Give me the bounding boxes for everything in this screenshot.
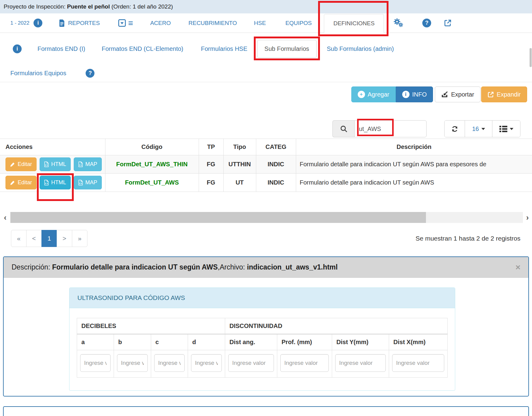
- nav-reportes[interactable]: REPORTES: [59, 19, 100, 27]
- nav-order-link[interactable]: 1 - 2022: [10, 20, 29, 26]
- file-code-icon: [44, 180, 49, 185]
- col-header-categ[interactable]: CATEG: [256, 139, 296, 155]
- group-header-decibeles: DECIBELES: [77, 318, 225, 334]
- input-b[interactable]: [117, 354, 148, 372]
- columns-icon: [499, 126, 507, 132]
- columns-dropdown[interactable]: [492, 121, 520, 137]
- col-header-tipo[interactable]: Tipo: [223, 139, 256, 155]
- help-icon[interactable]: ?: [422, 19, 431, 27]
- descripcion-value: Formulario detalle para indicacion UT se…: [52, 263, 218, 271]
- table-controls: 16: [444, 120, 520, 137]
- col-header-acciones[interactable]: Acciones: [0, 139, 105, 155]
- subnav-info-icon[interactable]: i: [13, 44, 22, 53]
- input-prof[interactable]: [280, 354, 329, 372]
- search-toolbar: 16: [0, 120, 532, 137]
- subnav-formularios-hse[interactable]: Formularios HSE: [201, 45, 247, 52]
- archivo-value: indicacion_ut_aws_v1.html: [247, 263, 338, 271]
- info-circle-icon[interactable]: i: [34, 19, 42, 27]
- nav-acero[interactable]: ACERO: [150, 20, 171, 26]
- subnav-sub-formularios-admin[interactable]: Sub Formularios (admin): [327, 45, 394, 52]
- col-header-codigo[interactable]: Código: [105, 139, 199, 155]
- subnav-formularios-equipos[interactable]: Formularios Equipos: [10, 70, 66, 77]
- input-dist-ang[interactable]: [228, 354, 274, 372]
- input-a[interactable]: [80, 354, 111, 372]
- agregar-button[interactable]: + Agregar: [351, 86, 396, 102]
- report-file-icon: [59, 19, 66, 27]
- html-button[interactable]: HTML: [40, 157, 71, 171]
- search-group: [332, 120, 427, 137]
- refresh-icon: [451, 125, 459, 133]
- ut-col-dist-y: Dist Y(mm): [332, 334, 389, 350]
- ut-col-c: c: [151, 334, 188, 350]
- input-dist-y[interactable]: [335, 354, 386, 372]
- scroll-left-icon[interactable]: ‹: [0, 211, 10, 224]
- ut-col-b: b: [114, 334, 151, 350]
- tab-definiciones[interactable]: DEFINICIONES: [324, 14, 384, 33]
- nav-equipos[interactable]: EQUIPOS: [286, 20, 312, 26]
- editar-button[interactable]: Editar: [5, 176, 37, 189]
- ut-col-dist-ang: Dist ang.: [225, 334, 277, 350]
- subnav-formatos-end-cl[interactable]: Formatos END (CL-Elemento): [102, 45, 183, 52]
- detail-panel-body: ULTRASONIDO PARA CÓDIGO AWS DECIBELES DI…: [4, 278, 528, 391]
- file-code-icon: [78, 180, 83, 185]
- page-number-button[interactable]: 1: [41, 230, 57, 247]
- row-codigo: FormDet_UT_AWS: [105, 174, 199, 192]
- row-descripcion: Formulario detalle para indicacion UT se…: [296, 174, 532, 192]
- search-input[interactable]: [354, 120, 427, 137]
- menu-icon[interactable]: ≡: [128, 19, 133, 27]
- page-size-dropdown[interactable]: 16: [465, 121, 492, 137]
- vertical-scrollbar-thumb[interactable]: [530, 48, 532, 67]
- ut-col-d: d: [188, 334, 225, 350]
- sub-nav-row-1: i Formatos END (I) Formatos END (CL-Elem…: [0, 33, 532, 65]
- ut-col-a: a: [77, 334, 114, 350]
- plus-icon: +: [358, 91, 365, 98]
- export-icon: [441, 91, 448, 98]
- descripcion-label: Descripción:: [12, 263, 52, 271]
- scrollbar-thumb[interactable]: [10, 212, 426, 223]
- html-button[interactable]: HTML: [40, 176, 71, 189]
- col-header-tp[interactable]: TP: [199, 139, 223, 155]
- file-code-icon: [78, 161, 83, 167]
- exportar-button[interactable]: Exportar: [435, 86, 481, 102]
- page-next-button[interactable]: >: [57, 230, 72, 247]
- page-first-button[interactable]: «: [11, 230, 27, 247]
- nav-recubrimiento[interactable]: RECUBRIMIENTO: [189, 20, 237, 26]
- subnav-help-icon[interactable]: ?: [86, 69, 94, 78]
- editar-button[interactable]: Editar: [5, 157, 37, 171]
- row-categ: INDIC: [256, 155, 296, 174]
- project-title-bar: Proyecto de Inspección: Puente el peñol …: [0, 0, 532, 13]
- info-icon: i: [402, 91, 410, 98]
- next-panel-stub: [3, 406, 529, 416]
- row-tipo: UTTHIN: [223, 155, 256, 174]
- caret-down-icon: [481, 128, 485, 130]
- caret-square-icon[interactable]: [118, 19, 126, 27]
- ut-form-panel: ULTRASONIDO PARA CÓDIGO AWS DECIBELES DI…: [69, 287, 455, 391]
- gear-icon[interactable]: [394, 18, 405, 28]
- expandir-button[interactable]: Expandir: [481, 86, 527, 102]
- input-c[interactable]: [154, 354, 185, 372]
- search-addon[interactable]: [332, 120, 354, 137]
- subtab-sub-formularios[interactable]: Sub Formularios: [257, 40, 317, 58]
- nav-hse[interactable]: HSE: [254, 20, 266, 26]
- scroll-right-icon[interactable]: ›: [523, 211, 532, 224]
- edit-icon: [10, 162, 15, 167]
- map-button[interactable]: MAP: [74, 176, 102, 189]
- detail-panel-header: Descripción: Formulario detalle para ind…: [4, 257, 528, 278]
- external-link-icon[interactable]: [444, 19, 452, 27]
- search-icon: [340, 125, 347, 132]
- caret-down-icon: [510, 128, 513, 130]
- input-dist-x[interactable]: [392, 354, 444, 372]
- main-nav: 1 - 2022 i REPORTES ≡ ACERO RECUBRIMIENT…: [0, 13, 532, 33]
- refresh-button[interactable]: [445, 121, 465, 137]
- map-button[interactable]: MAP: [74, 157, 102, 171]
- ut-column-header-row: a b c d Dist ang. Prof. (mm) Dist Y(mm) …: [77, 334, 448, 350]
- close-icon[interactable]: ×: [516, 263, 520, 272]
- col-header-descripcion[interactable]: Descripción: [296, 139, 532, 155]
- info-button[interactable]: i INFO: [396, 86, 433, 102]
- ut-group-header-row: DECIBELES DISCONTINUIDAD: [77, 318, 448, 334]
- scrollbar-track[interactable]: [10, 212, 523, 223]
- input-d[interactable]: [191, 354, 222, 372]
- page-prev-button[interactable]: <: [26, 230, 42, 247]
- page-last-button[interactable]: »: [72, 230, 87, 247]
- subnav-formatos-end-i[interactable]: Formatos END (I): [37, 45, 85, 52]
